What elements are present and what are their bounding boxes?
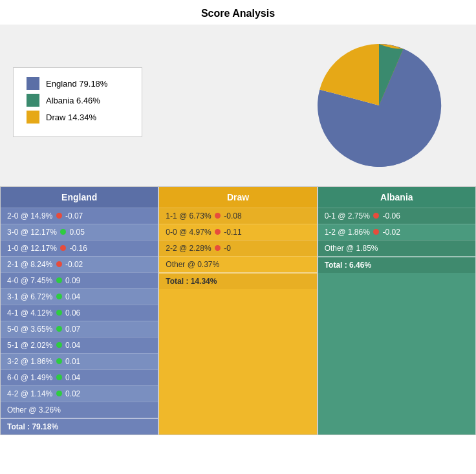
dot-green — [56, 326, 62, 332]
dot-green — [56, 374, 62, 380]
list-item: Other @ 1.85% — [318, 240, 475, 256]
list-item: 3-1 @ 6.72% 0.04 — [1, 288, 158, 305]
col-total-england: Total : 79.18% — [1, 418, 158, 435]
dot-red — [373, 213, 379, 219]
dot-red — [56, 261, 62, 267]
dot-green — [56, 391, 62, 396]
dot-red — [215, 229, 221, 235]
dot-red — [56, 213, 62, 219]
list-item: 1-2 @ 1.86% -0.02 — [318, 224, 475, 240]
legend-box: England 79.18% Albania 6.46% Draw 14.34% — [13, 67, 142, 137]
dot-red — [215, 213, 221, 219]
col-total-albania: Total : 6.46% — [318, 256, 475, 273]
legend-color-albania — [27, 94, 39, 107]
col-header-draw: Draw — [159, 187, 316, 208]
list-item: 5-0 @ 3.65% 0.07 — [1, 321, 158, 337]
list-item: 1-0 @ 12.17% -0.16 — [1, 240, 158, 256]
column-draw: Draw 1-1 @ 6.73% -0.08 0-0 @ 4.97% -0.11… — [158, 186, 317, 435]
list-item: 0-1 @ 2.75% -0.06 — [318, 208, 475, 224]
col-header-albania: Albania — [318, 187, 475, 208]
list-item: 4-0 @ 7.45% 0.09 — [1, 272, 158, 288]
legend-england: England 79.18% — [27, 77, 129, 90]
pie-chart — [295, 31, 463, 173]
dot-red — [373, 229, 379, 235]
list-item: 3-2 @ 1.86% 0.01 — [1, 353, 158, 369]
list-item: Other @ 0.37% — [159, 256, 316, 272]
legend-color-draw — [27, 111, 39, 124]
list-item: 6-0 @ 1.49% 0.04 — [1, 369, 158, 385]
data-columns: England 2-0 @ 14.9% -0.07 3-0 @ 12.17% 0… — [0, 186, 476, 435]
dot-red — [60, 245, 66, 251]
legend-albania: Albania 6.46% — [27, 94, 129, 107]
column-albania: Albania 0-1 @ 2.75% -0.06 1-2 @ 1.86% -0… — [318, 186, 476, 435]
list-item: 3-0 @ 12.17% 0.05 — [1, 224, 158, 240]
dot-green — [60, 229, 66, 235]
dot-red — [215, 245, 221, 251]
legend-color-england — [27, 77, 39, 90]
legend-label-albania: Albania 6.46% — [46, 96, 100, 105]
column-england: England 2-0 @ 14.9% -0.07 3-0 @ 12.17% 0… — [0, 186, 158, 435]
list-item: 0-0 @ 4.97% -0.11 — [159, 224, 316, 240]
page-title: Score Analysis — [0, 0, 476, 25]
list-item: 4-1 @ 4.12% 0.06 — [1, 305, 158, 321]
dot-green — [56, 310, 62, 316]
list-item: Other @ 3.26% — [1, 402, 158, 418]
list-item: 2-1 @ 8.24% -0.02 — [1, 256, 158, 272]
list-item: 4-2 @ 1.14% 0.02 — [1, 385, 158, 402]
list-item: 1-1 @ 6.73% -0.08 — [159, 208, 316, 224]
dot-green — [56, 294, 62, 299]
dot-green — [56, 277, 62, 283]
col-header-england: England — [1, 187, 158, 208]
legend-label-draw: Draw 14.34% — [46, 113, 96, 122]
dot-green — [56, 358, 62, 364]
col-total-draw: Total : 14.34% — [159, 272, 316, 289]
legend-draw: Draw 14.34% — [27, 111, 129, 124]
dot-green — [56, 342, 62, 348]
list-item: 5-1 @ 2.02% 0.04 — [1, 337, 158, 353]
list-item: 2-0 @ 14.9% -0.07 — [1, 208, 158, 224]
list-item: 2-2 @ 2.28% -0 — [159, 240, 316, 256]
legend-label-england: England 79.18% — [46, 79, 107, 89]
